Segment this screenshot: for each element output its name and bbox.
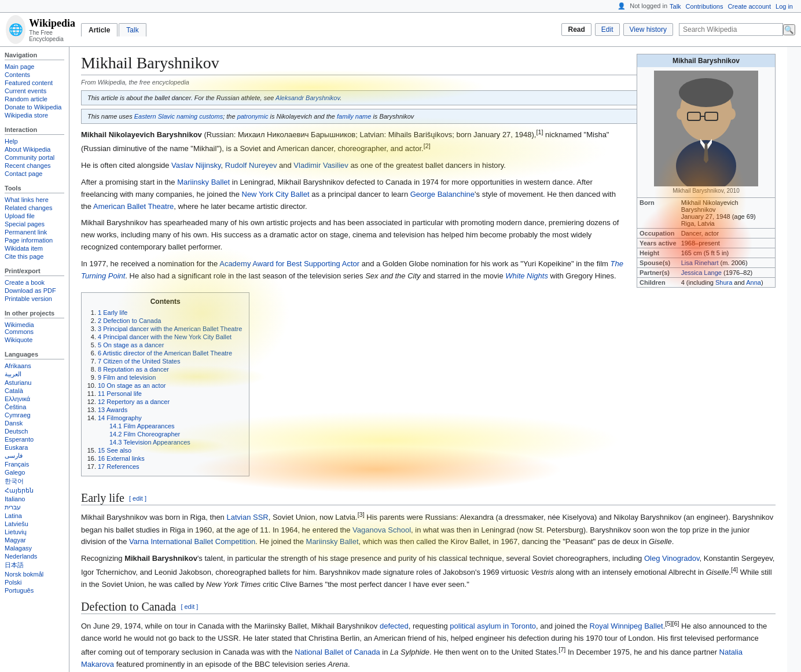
article-tab[interactable]: Article <box>81 23 117 36</box>
toc-defection[interactable]: 2 Defection to Canada <box>98 317 161 324</box>
sidebar-lang-asturianu[interactable]: Asturianu <box>5 379 64 387</box>
sidebar-lang-polski[interactable]: Polski <box>5 578 64 586</box>
sidebar-item-page-info[interactable]: Page information <box>5 236 64 244</box>
sidebar-item-what-links[interactable]: What links here <box>5 196 64 204</box>
sidebar-item-help[interactable]: Help <box>5 137 64 145</box>
early-life-edit[interactable]: [ edit ] <box>129 495 146 502</box>
search-button[interactable]: 🔍 <box>783 24 795 35</box>
toc-references[interactable]: 17 References <box>98 463 139 470</box>
create-account-link[interactable]: Create account <box>727 3 771 10</box>
sidebar-item-wikidata[interactable]: Wikidata item <box>5 244 64 252</box>
aleksandr-link[interactable]: Aleksandr Baryshnikov <box>275 94 340 101</box>
toc-film-appearances[interactable]: 14.1 Film Appearances <box>109 423 175 429</box>
sidebar-lang-deutsch[interactable]: Deutsch <box>5 427 64 435</box>
toc-artistic-director[interactable]: 6 Artistic director of the American Ball… <box>98 350 232 357</box>
sidebar-lang-magyar[interactable]: Magyar <box>5 536 64 544</box>
toc-reputation[interactable]: 8 Reputation as a dancer <box>98 366 169 373</box>
toc-early-life[interactable]: 1 Early life <box>98 309 127 316</box>
sidebar-lang-korean[interactable]: 한국어 <box>5 476 64 486</box>
toc-stage-actor[interactable]: 10 On stage as an actor <box>98 382 166 389</box>
patronymic-link[interactable]: patronymic <box>237 113 269 120</box>
family-name-link[interactable]: family name <box>337 113 371 120</box>
log-in-link[interactable]: Log in <box>776 3 793 10</box>
toc-abt[interactable]: 3 Principal dancer with the American Bal… <box>98 325 242 332</box>
nijinsky-link[interactable]: Vaslav Nijinsky <box>171 161 221 170</box>
sidebar-item-printable[interactable]: Printable version <box>5 295 64 303</box>
sidebar-lang-esperanto[interactable]: Esperanto <box>5 435 64 443</box>
sidebar-item-upload[interactable]: Upload file <box>5 212 64 220</box>
defection-edit[interactable]: [ edit ] <box>181 603 198 610</box>
balanchine-link[interactable]: George Balanchine <box>410 190 475 199</box>
anna-link[interactable]: Anna <box>746 279 761 286</box>
toc-film-choreographer[interactable]: 14.2 Film Choreographer <box>109 431 180 438</box>
sidebar-item-wikiquote[interactable]: Wikiquote <box>5 336 64 344</box>
sidebar-item-random[interactable]: Random article <box>5 95 64 103</box>
abt-link[interactable]: American Ballet Theatre <box>93 202 174 211</box>
sidebar-item-cite[interactable]: Cite this page <box>5 252 64 260</box>
sidebar-lang-afrikaans[interactable]: Afrikaans <box>5 362 64 370</box>
vaganova-link[interactable]: Vaganova School <box>352 526 411 534</box>
academy-award-link[interactable]: Academy Award for Best Supporting Actor <box>219 259 359 268</box>
sidebar-item-donate[interactable]: Donate to Wikipedia <box>5 103 64 111</box>
jessica-lange-link[interactable]: Jessica Lange <box>681 269 722 276</box>
toc-nycb[interactable]: 4 Principal dancer with the New York Cit… <box>98 333 232 340</box>
sidebar-item-community[interactable]: Community portal <box>5 153 64 161</box>
nureyev-link[interactable]: Rudolf Nureyev <box>225 161 277 170</box>
toc-external-links[interactable]: 16 External links <box>98 455 145 462</box>
sidebar-lang-lietuviu[interactable]: Lietuvių <box>5 528 64 536</box>
read-tab[interactable]: Read <box>561 23 591 36</box>
sidebar-lang-latviesu[interactable]: Latviešu <box>5 520 64 528</box>
sidebar-lang-arabic[interactable]: العربية <box>5 370 64 379</box>
toc-awards[interactable]: 13 Awards <box>98 406 127 413</box>
vasiliev-link[interactable]: Vladimir Vasiliev <box>293 161 348 170</box>
mariinsky-link[interactable]: Mariinsky Ballet <box>177 178 230 186</box>
royal-winnipeg-link[interactable]: Royal Winnipeg Ballet <box>590 622 663 630</box>
sidebar-item-about[interactable]: About Wikipedia <box>5 145 64 153</box>
sidebar-lang-malagasy[interactable]: Malagasy <box>5 544 64 552</box>
sidebar-item-recent[interactable]: Recent changes <box>5 161 64 170</box>
sidebar-item-commons[interactable]: Wikimedia Commons <box>5 321 64 336</box>
sidebar-lang-francais[interactable]: Français <box>5 460 64 468</box>
sidebar-item-featured[interactable]: Featured content <box>5 79 64 87</box>
national-ballet-link[interactable]: National Ballet of Canada <box>295 648 380 656</box>
toc-citizen[interactable]: 7 Citizen of the United States <box>98 358 180 365</box>
sidebar-item-create-book[interactable]: Create a book <box>5 278 64 287</box>
sidebar-lang-farsi[interactable]: فارسی <box>5 451 64 460</box>
talk-tab[interactable]: Talk <box>119 23 146 36</box>
sidebar-lang-latina[interactable]: Latina <box>5 512 64 520</box>
sidebar-lang-hebrew[interactable]: עברית <box>5 503 64 512</box>
sidebar-item-contents[interactable]: Contents <box>5 71 64 79</box>
toc-personal[interactable]: 11 Personal life <box>98 390 142 397</box>
sidebar-lang-portugues[interactable]: Português <box>5 586 64 594</box>
sidebar-item-store[interactable]: Wikipedia store <box>5 111 64 119</box>
sidebar-item-download-pdf[interactable]: Download as PDF <box>5 287 64 295</box>
view-history-tab[interactable]: View history <box>623 23 673 36</box>
sidebar-lang-japanese[interactable]: 日本語 <box>5 560 64 570</box>
nycb-link[interactable]: New York City Ballet <box>242 190 310 199</box>
toc-tv-appearances[interactable]: 14.3 Television Appearances <box>109 439 190 446</box>
sidebar-lang-italian[interactable]: Italiano <box>5 495 64 503</box>
contributions-link[interactable]: Contributions <box>686 3 723 10</box>
sidebar-item-main-page[interactable]: Main page <box>5 63 64 71</box>
sidebar-lang-euskara[interactable]: Euskara <box>5 443 64 451</box>
toc-film-tv[interactable]: 9 Film and television <box>98 374 156 381</box>
latvian-ssr-link[interactable]: Latvian SSR <box>226 513 268 522</box>
toc-on-stage-dancer[interactable]: 5 On stage as a dancer <box>98 341 164 348</box>
sidebar-lang-norsk[interactable]: Norsk bokmål <box>5 570 64 578</box>
shura-link[interactable]: Shura <box>715 279 732 286</box>
sidebar-lang-armenian[interactable]: Հայերեն <box>5 486 64 495</box>
sidebar-lang-galego[interactable]: Galego <box>5 468 64 476</box>
sidebar-item-contact[interactable]: Contact page <box>5 170 64 178</box>
toc-filmography[interactable]: 14 Filmography <box>98 414 142 421</box>
toc-see-also[interactable]: 15 See also <box>98 447 131 454</box>
sidebar-lang-dansk[interactable]: Dansk <box>5 419 64 427</box>
sidebar-item-related-changes[interactable]: Related changes <box>5 204 64 212</box>
sidebar-item-current-events[interactable]: Current events <box>5 87 64 95</box>
search-input[interactable] <box>679 23 783 36</box>
mariinsky-link2[interactable]: Mariinsky Ballet <box>306 537 359 546</box>
defected-link[interactable]: defected <box>380 622 409 630</box>
slavic-naming-link[interactable]: Eastern Slavic naming customs <box>134 113 223 120</box>
asylum-link[interactable]: political asylum in Toronto <box>450 622 536 630</box>
lisa-rinehart-link[interactable]: Lisa Rinehart <box>681 259 719 266</box>
white-nights-link[interactable]: White Nights <box>505 271 548 280</box>
